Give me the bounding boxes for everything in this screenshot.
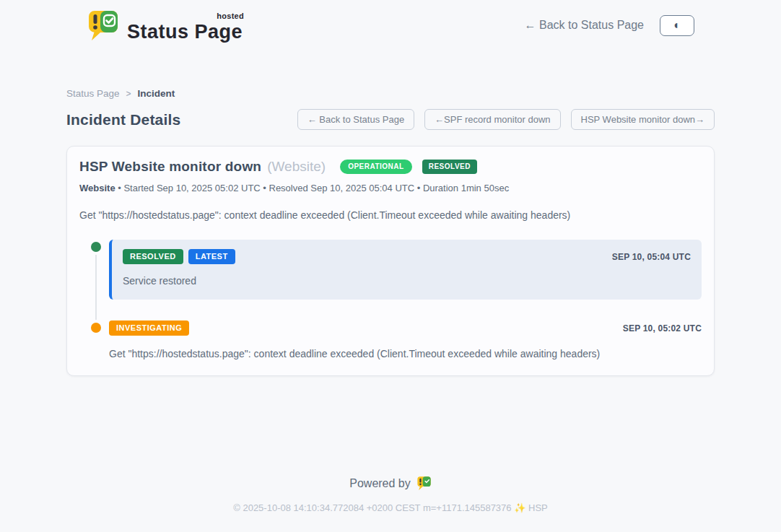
timeline-entry: RESOLVED LATEST SEP 10, 05:04 UTC Servic… (109, 240, 702, 300)
half-circle-icon: ◐ (673, 19, 681, 31)
timeline-message: Get "https://hostedstatus.page": context… (109, 348, 702, 359)
timeline-dot-resolved-icon (91, 242, 101, 252)
incident-nav-buttons: ← Back to Status Page ←SPF record monito… (297, 109, 715, 130)
copyright-text: © 2025-10-08 14:10:34.772084 +0200 CEST … (0, 502, 781, 513)
timeline-item-investigating: INVESTIGATING SEP 10, 05:02 UTC Get "htt… (109, 319, 702, 359)
breadcrumb-separator: > (126, 89, 131, 99)
prev-incident-button[interactable]: ←SPF record monitor down (424, 109, 560, 130)
back-to-status-page-button[interactable]: ← Back to Status Page (297, 109, 414, 130)
incident-description: Get "https://hostedstatus.page": context… (79, 209, 702, 221)
breadcrumb-status-page[interactable]: Status Page (66, 88, 120, 99)
breadcrumb: Status Page > Incident (66, 88, 715, 99)
page-footer: Powered by © 2025-10-08 14:10:34.772084 … (0, 476, 781, 532)
timeline-investigating-badge: INVESTIGATING (109, 320, 189, 336)
incident-meta-component: Website (79, 183, 115, 193)
timeline-dot-investigating-icon (91, 323, 101, 333)
timeline-item-resolved: RESOLVED LATEST SEP 10, 05:04 UTC Servic… (109, 240, 702, 300)
header-back-to-status-page-link[interactable]: ← Back to Status Page (525, 19, 644, 32)
site-header: hosted Status Page ← Back to Status Page… (0, 0, 781, 42)
breadcrumb-incident: Incident (138, 88, 175, 99)
powered-by-logo-icon[interactable] (416, 476, 432, 491)
incident-meta: Website • Started Sep 10, 2025 05:02 UTC… (79, 183, 702, 193)
timeline-latest-badge: LATEST (188, 249, 235, 264)
incident-component: (Website) (267, 159, 326, 175)
timeline-timestamp: SEP 10, 05:04 UTC (612, 252, 691, 262)
page-title: Incident Details (66, 111, 180, 128)
resolved-status-badge: RESOLVED (422, 160, 477, 174)
status-page-logo-icon (87, 9, 120, 42)
incident-meta-times: • Started Sep 10, 2025 05:02 UTC • Resol… (115, 183, 510, 193)
brand-superscript: hosted (217, 12, 244, 20)
timeline-resolved-badge: RESOLVED (123, 249, 183, 264)
timeline-entry: INVESTIGATING SEP 10, 05:02 UTC Get "htt… (109, 319, 702, 359)
next-incident-button[interactable]: HSP Website monitor down→ (571, 109, 715, 130)
brand-name: hosted Status Page (127, 12, 243, 42)
operational-status-badge: OPERATIONAL (340, 160, 412, 174)
powered-by-label: Powered by (349, 477, 411, 490)
timeline-timestamp: SEP 10, 05:02 UTC (623, 323, 702, 333)
timeline-message: Service restored (123, 275, 691, 287)
incident-title: HSP Website monitor down (79, 159, 261, 175)
theme-toggle-button[interactable]: ◐ (660, 15, 694, 36)
incident-card: HSP Website monitor down (Website) OPERA… (66, 146, 715, 376)
app-logo[interactable]: hosted Status Page (68, 9, 243, 42)
incident-timeline: RESOLVED LATEST SEP 10, 05:04 UTC Servic… (79, 240, 702, 359)
powered-by: Powered by (0, 476, 781, 491)
